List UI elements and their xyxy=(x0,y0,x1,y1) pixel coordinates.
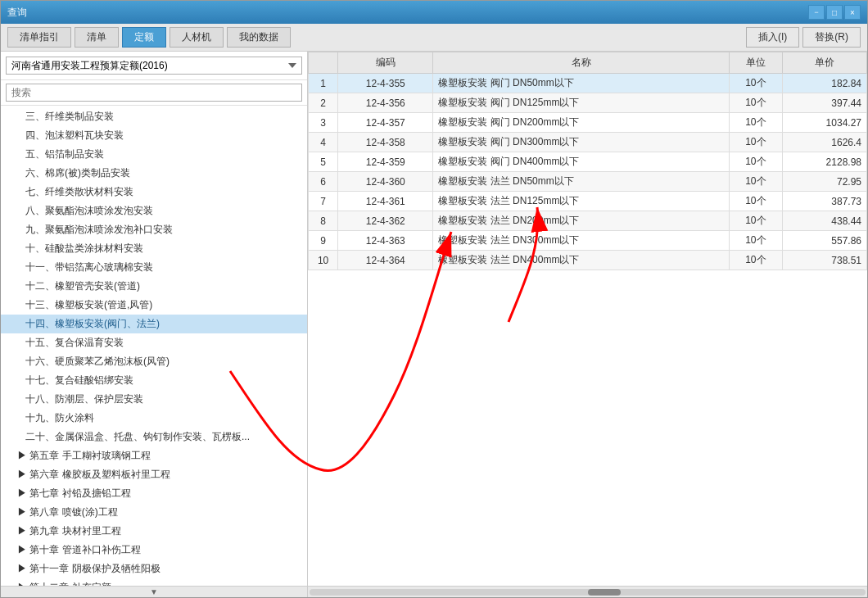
tree-item-7[interactable]: 七、纤维类散状材料安装 xyxy=(1,183,307,202)
tree-item-9[interactable]: 九、聚氨酯泡沫喷涂发泡补口安装 xyxy=(1,220,307,239)
cell-code: 12-4-356 xyxy=(338,93,433,113)
tree-item-4[interactable]: 四、泡沫塑料瓦块安装 xyxy=(1,126,307,145)
tree-item-18[interactable]: 十八、防潮层、保护层安装 xyxy=(1,390,307,409)
cell-price: 738.51 xyxy=(782,251,866,270)
tree-area[interactable]: 三、纤维类制品安装 四、泡沫塑料瓦块安装 五、铝箔制品安装 六、棉席(被)类制品… xyxy=(1,106,307,586)
dropdown-bar: 河南省通用安装工程预算定额(2016) xyxy=(1,52,307,80)
cell-price: 397.44 xyxy=(782,93,866,113)
tab-rencaiji[interactable]: 人材机 xyxy=(170,27,224,48)
cell-price: 438.44 xyxy=(782,211,866,231)
cell-unit: 10个 xyxy=(730,192,783,211)
cell-code: 12-4-355 xyxy=(338,74,433,93)
tree-item-16[interactable]: 十六、硬质聚苯乙烯泡沫板(风管) xyxy=(1,352,307,371)
cell-num: 3 xyxy=(309,113,338,133)
cell-price: 557.86 xyxy=(782,231,866,251)
tree-item-11[interactable]: 十一、带铝箔离心玻璃棉安装 xyxy=(1,258,307,277)
title-bar: 查询 － □ × xyxy=(1,1,867,24)
cell-name: 橡塑板安装 阀门 DN400mm以下 xyxy=(433,152,730,172)
cell-code: 12-4-364 xyxy=(338,251,433,270)
cell-name: 橡塑板安装 法兰 DN125mm以下 xyxy=(433,192,730,211)
toolbar: 清单指引 清单 定额 人材机 我的数据 插入(I) 替换(R) xyxy=(1,24,867,52)
cell-code: 12-4-359 xyxy=(338,152,433,172)
tree-item-5[interactable]: 五、铝箔制品安装 xyxy=(1,145,307,164)
cell-unit: 10个 xyxy=(730,172,783,192)
cell-num: 8 xyxy=(309,211,338,231)
insert-button[interactable]: 插入(I) xyxy=(746,27,799,48)
cell-name: 橡塑板安装 阀门 DN125mm以下 xyxy=(433,93,730,113)
cell-code: 12-4-360 xyxy=(338,172,433,192)
cell-num: 1 xyxy=(309,74,338,93)
cell-code: 12-4-362 xyxy=(338,211,433,231)
table-row[interactable]: 6 12-4-360 橡塑板安装 法兰 DN50mm以下 10个 72.95 xyxy=(309,172,867,192)
cell-num: 2 xyxy=(309,93,338,113)
tree-item-12[interactable]: 十二、橡塑管壳安装(管道) xyxy=(1,277,307,296)
cell-num: 6 xyxy=(309,172,338,192)
cell-name: 橡塑板安装 阀门 DN200mm以下 xyxy=(433,113,730,133)
tab-dinee[interactable]: 定额 xyxy=(122,27,166,48)
cell-num: 4 xyxy=(309,133,338,152)
tab-wodesuju[interactable]: 我的数据 xyxy=(227,27,291,48)
cell-unit: 10个 xyxy=(730,74,783,93)
tree-item-15[interactable]: 十五、复合保温育安装 xyxy=(1,333,307,352)
title-bar-buttons: － □ × xyxy=(808,5,861,20)
cell-price: 182.84 xyxy=(782,74,866,93)
cell-name: 橡塑板安装 法兰 DN400mm以下 xyxy=(433,251,730,270)
cell-code: 12-4-363 xyxy=(338,231,433,251)
table-row[interactable]: 3 12-4-357 橡塑板安装 阀门 DN200mm以下 10个 1034.2… xyxy=(309,113,867,133)
replace-button[interactable]: 替换(R) xyxy=(802,27,861,48)
table-scroll[interactable]: 编码 名称 单位 单价 1 12-4-355 橡塑板安装 阀门 DN50mm以下… xyxy=(308,52,867,586)
cell-num: 10 xyxy=(309,251,338,270)
minimize-button[interactable]: － xyxy=(808,5,825,20)
cell-num: 5 xyxy=(309,152,338,172)
tree-item-13[interactable]: 十三、橡塑板安装(管道,风管) xyxy=(1,296,307,315)
maximize-button[interactable]: □ xyxy=(826,5,843,20)
tree-item-ch10[interactable]: ▶ 第十章 管道补口补伤工程 xyxy=(1,541,307,559)
tree-item-14[interactable]: 十四、橡塑板安装(阀门、法兰) xyxy=(1,315,307,333)
cell-price: 1626.4 xyxy=(782,133,866,152)
table-row[interactable]: 7 12-4-361 橡塑板安装 法兰 DN125mm以下 10个 387.73 xyxy=(309,192,867,211)
scrollbar-track xyxy=(310,589,866,596)
table-row[interactable]: 1 12-4-355 橡塑板安装 阀门 DN50mm以下 10个 182.84 xyxy=(309,74,867,93)
main-content: 河南省通用安装工程预算定额(2016) 三、纤维类制品安装 四、泡沫塑料瓦块安装… xyxy=(1,52,867,597)
cell-unit: 10个 xyxy=(730,93,783,113)
cell-unit: 10个 xyxy=(730,231,783,251)
window-title: 查询 xyxy=(7,6,27,20)
quota-dropdown[interactable]: 河南省通用安装工程预算定额(2016) xyxy=(6,57,302,75)
cell-price: 2128.98 xyxy=(782,152,866,172)
search-input[interactable] xyxy=(6,84,302,102)
tree-item-ch8[interactable]: ▶ 第八章 喷镀(涂)工程 xyxy=(1,503,307,522)
tree-item-6[interactable]: 六、棉席(被)类制品安装 xyxy=(1,164,307,183)
tree-item-10[interactable]: 十、硅酸盐类涂抹材料安装 xyxy=(1,239,307,258)
tab-qingdan[interactable]: 清单 xyxy=(75,27,119,48)
table-row[interactable]: 2 12-4-356 橡塑板安装 阀门 DN125mm以下 10个 397.44 xyxy=(309,93,867,113)
tree-item-3[interactable]: 三、纤维类制品安装 xyxy=(1,107,307,126)
cell-unit: 10个 xyxy=(730,133,783,152)
table-row[interactable]: 4 12-4-358 橡塑板安装 阀门 DN300mm以下 10个 1626.4 xyxy=(309,133,867,152)
tree-item-ch12[interactable]: ▶ 第十二章 补充定额 xyxy=(1,578,307,586)
tab-qingdan-zhiyin[interactable]: 清单指引 xyxy=(7,27,71,48)
tree-item-19[interactable]: 十九、防火涂料 xyxy=(1,409,307,428)
table-row[interactable]: 9 12-4-363 橡塑板安装 法兰 DN300mm以下 10个 557.86 xyxy=(309,231,867,251)
right-panel: 编码 名称 单位 单价 1 12-4-355 橡塑板安装 阀门 DN50mm以下… xyxy=(308,52,867,597)
left-panel: 河南省通用安装工程预算定额(2016) 三、纤维类制品安装 四、泡沫塑料瓦块安装… xyxy=(1,52,308,597)
tree-item-17[interactable]: 十七、复合硅酸铝绑安装 xyxy=(1,371,307,390)
tree-item-ch5[interactable]: ▶ 第五章 手工糊衬玻璃钢工程 xyxy=(1,446,307,465)
tree-item-8[interactable]: 八、聚氨酯泡沫喷涂发泡安装 xyxy=(1,202,307,220)
cell-unit: 10个 xyxy=(730,251,783,270)
table-row[interactable]: 10 12-4-364 橡塑板安装 法兰 DN400mm以下 10个 738.5… xyxy=(309,251,867,270)
table-row[interactable]: 5 12-4-359 橡塑板安装 阀门 DN400mm以下 10个 2128.9… xyxy=(309,152,867,172)
table-row[interactable]: 8 12-4-362 橡塑板安装 法兰 DN200mm以下 10个 438.44 xyxy=(309,211,867,231)
tree-item-ch11[interactable]: ▶ 第十一章 阴极保护及牺牲阳极 xyxy=(1,559,307,578)
cell-name: 橡塑板安装 法兰 DN300mm以下 xyxy=(433,231,730,251)
tree-item-ch9[interactable]: ▶ 第九章 块材衬里工程 xyxy=(1,522,307,541)
toolbar-actions: 插入(I) 替换(R) xyxy=(746,27,861,48)
tree-item-ch6[interactable]: ▶ 第六章 橡胶板及塑料板衬里工程 xyxy=(1,465,307,484)
tree-item-ch7[interactable]: ▶ 第七章 衬铅及搪铅工程 xyxy=(1,484,307,503)
col-header-code: 编码 xyxy=(338,52,433,74)
close-button[interactable]: × xyxy=(844,5,861,20)
bottom-scrollbar[interactable] xyxy=(308,586,867,597)
data-table: 编码 名称 单位 单价 1 12-4-355 橡塑板安装 阀门 DN50mm以下… xyxy=(308,52,867,270)
tree-item-20[interactable]: 二十、金属保温盒、托盘、钩钉制作安装、瓦楞板... xyxy=(1,428,307,446)
cell-unit: 10个 xyxy=(730,152,783,172)
main-window: 查询 － □ × 清单指引 清单 定额 人材机 我的数据 插入(I) 替换(R)… xyxy=(0,0,868,598)
